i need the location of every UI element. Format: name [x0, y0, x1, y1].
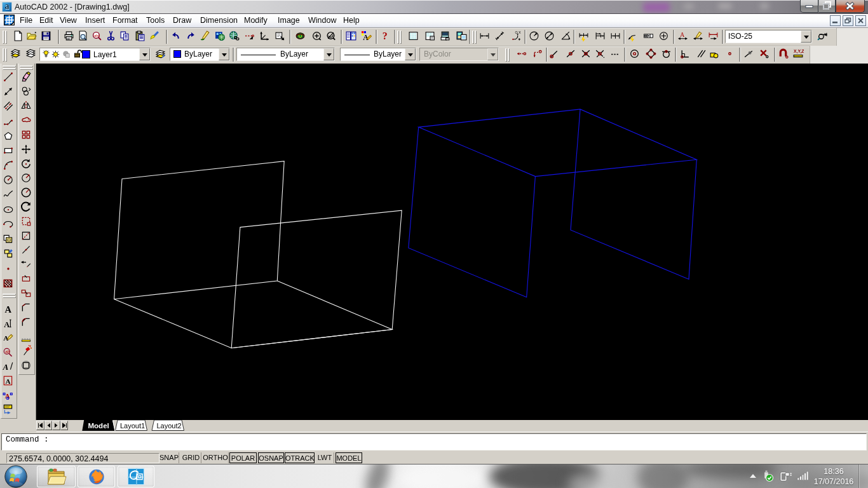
svg-text:Layout2: Layout2	[157, 422, 182, 430]
svg-text:Layout1: Layout1	[120, 422, 145, 430]
svg-text:Model: Model	[88, 422, 109, 430]
